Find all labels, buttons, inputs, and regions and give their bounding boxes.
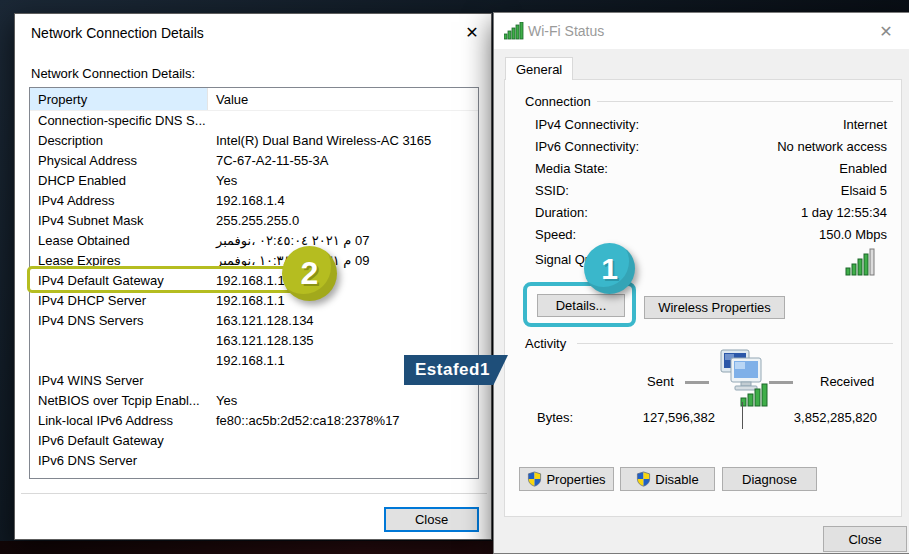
table-row[interactable]: IPv6 Default Gateway	[30, 431, 478, 451]
connection-row: Duration:1 day 12:55:34	[535, 202, 887, 224]
uac-shield-icon	[527, 471, 542, 487]
close-button[interactable]: Close	[823, 526, 907, 552]
table-row[interactable]: 163.121.128.135	[30, 331, 478, 351]
tab-general[interactable]: General	[505, 57, 573, 80]
signal-quality-bars-icon	[845, 248, 875, 280]
table-row[interactable]: IPv4 DHCP Server192.168.1.1	[30, 291, 478, 311]
properties-button-label: Properties	[546, 472, 605, 487]
connection-row: SSID:Elsaid 5	[535, 180, 887, 202]
left-dialog-title: Network Connection Details	[31, 25, 204, 41]
table-row[interactable]: NetBIOS over Tcpip Enabl...Yes	[30, 391, 478, 411]
network-details-sublabel: Network Connection Details:	[31, 66, 195, 81]
bytes-label: Bytes:	[537, 410, 573, 425]
table-row[interactable]: Physical Address7C-67-A2-11-55-3A	[30, 151, 478, 171]
received-connector-line	[769, 381, 793, 384]
disable-button-label: Disable	[655, 472, 698, 487]
activity-group-label: Activity	[525, 336, 572, 351]
left-titlebar[interactable]: Network Connection Details ✕	[15, 14, 491, 52]
wireless-properties-button[interactable]: Wireless Properties	[644, 296, 785, 319]
uac-shield-icon	[636, 471, 651, 487]
table-row[interactable]: Link-local IPv6 Addressfe80::ac5b:2d52:c…	[30, 411, 478, 431]
table-row[interactable]: DescriptionIntel(R) Dual Band Wireless-A…	[30, 131, 478, 151]
connection-rows: IPv4 Connectivity:Internet IPv6 Connecti…	[535, 114, 887, 246]
connection-group-label: Connection	[525, 94, 597, 109]
table-row[interactable]: IPv4 Address192.168.1.4	[30, 191, 478, 211]
bytes-divider	[742, 402, 743, 429]
close-icon[interactable]: ✕	[871, 19, 901, 45]
column-header-value[interactable]: Value	[208, 88, 478, 110]
bytes-sent-value: 127,596,382	[601, 410, 715, 425]
close-icon[interactable]: ✕	[457, 20, 487, 46]
activity-group-line	[577, 343, 893, 344]
table-row[interactable]: IPv6 DNS Server	[30, 451, 478, 471]
table-row[interactable]: Connection-specific DNS S...	[30, 111, 478, 131]
table-row[interactable]: IPv4 Subnet Mask255.255.255.0	[30, 211, 478, 231]
table-row[interactable]: DHCP EnabledYes	[30, 171, 478, 191]
disable-button[interactable]: Disable	[620, 467, 715, 491]
column-header-property[interactable]: Property	[30, 88, 208, 110]
connection-row: IPv4 Connectivity:Internet	[535, 114, 887, 136]
sent-label: Sent	[647, 374, 674, 389]
footer-divider	[21, 493, 487, 494]
right-titlebar[interactable]: Wi-Fi Status ✕	[494, 13, 909, 49]
watermark-ribbon: Estafed1	[404, 355, 508, 385]
connection-group-line	[597, 101, 893, 102]
step-2-badge: 2	[282, 246, 337, 301]
diagnose-button[interactable]: Diagnose	[722, 467, 817, 491]
connection-row: IPv6 Connectivity:No network access	[535, 136, 887, 158]
properties-button[interactable]: Properties	[519, 467, 614, 491]
received-label: Received	[820, 374, 874, 389]
step-1-badge: 1	[584, 243, 635, 294]
bytes-received-value: 3,852,285,820	[763, 410, 877, 425]
right-dialog-title: Wi-Fi Status	[528, 23, 604, 39]
connection-row: Speed:150.0 Mbps	[535, 224, 887, 246]
wifi-signal-icon	[504, 22, 526, 44]
table-row[interactable]: IPv4 DNS Servers163.121.128.134	[30, 311, 478, 331]
sent-connector-line	[685, 381, 709, 384]
listview-header: Property Value	[30, 88, 478, 111]
table-row[interactable]: Lease Obtainedنوفمبر،‎ ٢٠٢١ ٠٢:٤٥:٠٤‎ م‎…	[30, 231, 478, 251]
highlight-box-default-gateway	[27, 266, 316, 293]
connection-row: Media State:Enabled	[535, 158, 887, 180]
close-button[interactable]: Close	[384, 507, 479, 532]
